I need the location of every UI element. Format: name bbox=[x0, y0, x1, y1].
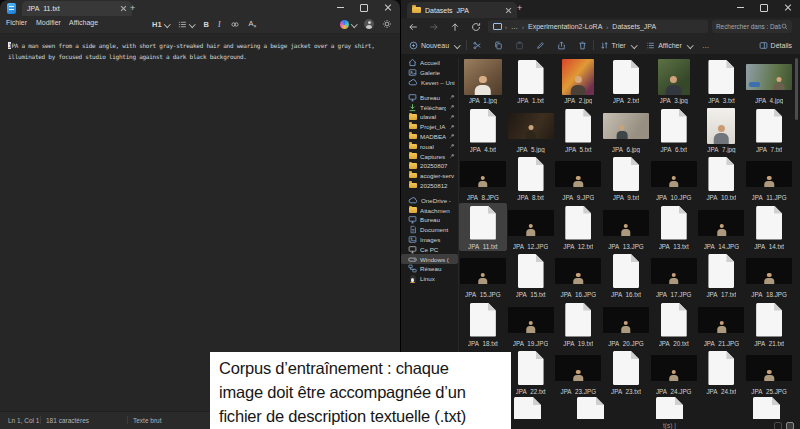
file-jpa-24-jpg[interactable]: JPA_24.JPG bbox=[650, 348, 698, 397]
notepad-tab[interactable]: JPA_11.txt bbox=[22, 1, 132, 16]
file-jpa-20-jpg[interactable]: JPA_20.JPG bbox=[602, 300, 650, 349]
details-view-toggle[interactable] bbox=[774, 422, 782, 429]
sort-button[interactable]: Trier bbox=[600, 41, 637, 50]
italic-button[interactable]: I bbox=[218, 20, 221, 29]
file-jpa-12-txt[interactable]: JPA_12.txt bbox=[554, 203, 602, 252]
icons-view-toggle[interactable] bbox=[786, 422, 794, 429]
link-button[interactable] bbox=[230, 20, 240, 29]
file-jpa-6-txt[interactable]: JPA_6.txt bbox=[650, 106, 698, 155]
file-jpa-8-jpg[interactable]: JPA_8.JPG bbox=[459, 154, 507, 203]
account-avatar[interactable] bbox=[364, 19, 374, 29]
file-jpa-12-jpg[interactable]: JPA_12.JPG bbox=[507, 203, 555, 252]
minimize-button[interactable] bbox=[328, 0, 352, 15]
breadcrumb-ellipsis[interactable]: … bbox=[511, 23, 518, 30]
file-jpa-21-txt[interactable]: JPA_21.txt bbox=[745, 300, 793, 349]
file-jpa-9-jpg[interactable]: JPA_9.JPG bbox=[554, 154, 602, 203]
menu-modifier[interactable]: Modifier bbox=[36, 19, 61, 26]
breadcrumb-parent-folder[interactable]: Experimentation2-LoRA bbox=[528, 23, 602, 30]
sidebar-item-windows[interactable]: Windows ( bbox=[401, 254, 458, 264]
sidebar-item-madbea[interactable]: MADBEA bbox=[401, 132, 458, 142]
file-jpa-7-txt[interactable]: JPA_7.txt bbox=[745, 106, 793, 155]
sidebar-item-roual[interactable]: roual bbox=[401, 141, 458, 151]
sidebar-item-images[interactable]: Images bbox=[401, 235, 458, 245]
new-tab-button[interactable]: + bbox=[130, 2, 135, 15]
sidebar-item-linux[interactable]: Linux bbox=[401, 274, 458, 284]
file-jpa-10-txt[interactable]: JPA_10.txt bbox=[698, 154, 746, 203]
file-jpa-4-jpg[interactable]: JPA_4.jpg bbox=[745, 57, 793, 106]
file-jpa-7-jpg[interactable]: JPA_7.jpg bbox=[698, 106, 746, 155]
share-button[interactable] bbox=[557, 41, 566, 50]
delete-button[interactable] bbox=[578, 41, 587, 50]
sidebar-item-accueil[interactable]: Accueil bbox=[401, 58, 458, 68]
rename-button[interactable] bbox=[536, 41, 545, 50]
tab-close-icon[interactable] bbox=[120, 5, 127, 12]
close-button[interactable] bbox=[776, 0, 800, 15]
file-jpa-18-txt[interactable]: JPA_18.txt bbox=[459, 300, 507, 349]
sidebar-item-document[interactable]: Document bbox=[401, 225, 458, 235]
file-jpa-18-jpg[interactable]: JPA_18.JPG bbox=[745, 251, 793, 300]
txt-file-icon-partial[interactable] bbox=[577, 397, 604, 419]
file-jpa-5-jpg[interactable]: JPA_5.jpg bbox=[507, 106, 555, 155]
view-button[interactable]: Afficher bbox=[646, 41, 692, 50]
forward-button[interactable] bbox=[428, 21, 440, 33]
file-jpa-14-jpg[interactable]: JPA_14.JPG bbox=[698, 203, 746, 252]
maximize-button[interactable] bbox=[352, 0, 376, 15]
close-button[interactable] bbox=[376, 0, 400, 15]
settings-gear-icon[interactable] bbox=[382, 19, 392, 29]
clear-formatting-button[interactable]: A× bbox=[249, 19, 257, 29]
sidebar-item-acogier-serv[interactable]: acogier-serv bbox=[401, 171, 458, 181]
file-jpa-11-txt[interactable]: JPA_11.txt bbox=[459, 203, 507, 252]
menu-fichier[interactable]: Fichier bbox=[6, 19, 27, 26]
file-jpa-17-txt[interactable]: JPA_17.txt bbox=[698, 251, 746, 300]
txt-file-icon-partial[interactable] bbox=[656, 397, 683, 419]
file-jpa-1-txt[interactable]: JPA_1.txt bbox=[507, 57, 555, 106]
file-jpa-23-jpg[interactable]: JPA_23.JPG bbox=[554, 348, 602, 397]
list-button[interactable] bbox=[178, 20, 195, 29]
vertical-scrollbar[interactable] bbox=[795, 58, 798, 120]
sidebar-item-20250807[interactable]: 20250807 bbox=[401, 161, 458, 171]
explorer-tab[interactable]: Datasets_JPA bbox=[407, 2, 517, 18]
file-jpa-23-txt[interactable]: JPA_23.txt bbox=[602, 348, 650, 397]
file-jpa-6-jpg[interactable]: JPA_6.jpg bbox=[602, 106, 650, 155]
details-pane-button[interactable]: Détails bbox=[759, 41, 792, 50]
cut-button[interactable] bbox=[473, 41, 482, 50]
file-jpa-8-txt[interactable]: JPA_8.txt bbox=[507, 154, 555, 203]
address-bar[interactable]: › … › Experimentation2-LoRA › Datasets_J… bbox=[488, 20, 708, 33]
search-input[interactable]: Rechercher dans : Datas bbox=[712, 20, 792, 33]
menu-affichage[interactable]: Affichage bbox=[69, 19, 98, 26]
txt-file-icon-partial[interactable] bbox=[753, 397, 780, 419]
sidebar-item-20250812[interactable]: 20250812 bbox=[401, 181, 458, 191]
tab-close-icon[interactable] bbox=[505, 7, 512, 14]
file-jpa-9-txt[interactable]: JPA_9.txt bbox=[602, 154, 650, 203]
file-jpa-19-jpg[interactable]: JPA_19.JPG bbox=[507, 300, 555, 349]
file-jpa-17-jpg[interactable]: JPA_17.JPG bbox=[650, 251, 698, 300]
sidebar-item-captures[interactable]: Captures bbox=[401, 151, 458, 161]
file-jpa-2-jpg[interactable]: JPA_2.jpg bbox=[554, 57, 602, 106]
maximize-button[interactable] bbox=[752, 0, 776, 15]
sidebar-item-galerie[interactable]: Galerie bbox=[401, 68, 458, 78]
up-button[interactable] bbox=[449, 21, 461, 33]
sidebar-item-attachmen[interactable]: Attachmen bbox=[401, 205, 458, 215]
file-jpa-22-txt[interactable]: JPA_22.txt bbox=[507, 348, 555, 397]
file-jpa-20-txt[interactable]: JPA_20.txt bbox=[650, 300, 698, 349]
file-jpa-21-jpg[interactable]: JPA_21.JPG bbox=[698, 300, 746, 349]
file-jpa-11-jpg[interactable]: JPA_11.JPG bbox=[745, 154, 793, 203]
file-jpa-16-txt[interactable]: JPA_16.txt bbox=[602, 251, 650, 300]
file-jpa-13-jpg[interactable]: JPA_13.JPG bbox=[602, 203, 650, 252]
sidebar-item-ce-pc[interactable]: Ce PC bbox=[401, 244, 458, 254]
file-jpa-16-jpg[interactable]: JPA_16.JPG bbox=[554, 251, 602, 300]
refresh-button[interactable] bbox=[470, 21, 482, 33]
heading-button[interactable]: H1 bbox=[152, 20, 169, 29]
file-jpa-4-txt[interactable]: JPA_4.txt bbox=[459, 106, 507, 155]
file-jpa-13-txt[interactable]: JPA_13.txt bbox=[650, 203, 698, 252]
file-jpa-14-txt[interactable]: JPA_14.txt bbox=[745, 203, 793, 252]
copilot-button[interactable] bbox=[340, 20, 357, 29]
bold-button[interactable]: B bbox=[204, 20, 209, 29]
file-jpa-3-txt[interactable]: JPA_3.txt bbox=[698, 57, 746, 106]
sidebar-item-bureau[interactable]: Bureau bbox=[401, 92, 458, 102]
back-button[interactable] bbox=[407, 21, 419, 33]
sidebar-item-ulaval[interactable]: ulaval bbox=[401, 112, 458, 122]
sidebar-item-r-seau[interactable]: Réseau bbox=[401, 264, 458, 274]
file-jpa-3-jpg[interactable]: JPA_3.jpg bbox=[650, 57, 698, 106]
sidebar-item-onedrive[interactable]: OneDrive - bbox=[401, 195, 458, 205]
